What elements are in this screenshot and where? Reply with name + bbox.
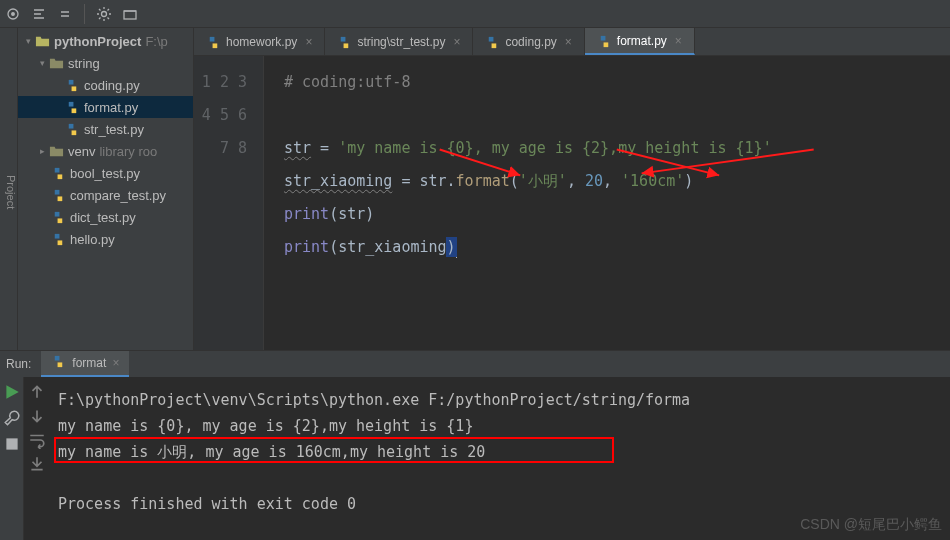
stop-icon[interactable]	[3, 435, 21, 453]
code-editor[interactable]: 1 2 3 4 5 6 7 8 # coding:utf-8 str = 'my…	[194, 56, 950, 350]
folder-icon	[48, 55, 64, 71]
file-hello[interactable]: hello.py	[18, 228, 193, 250]
line-numbers: 1 2 3 4 5 6 7 8	[194, 56, 264, 350]
project-tree: ▾ pythonProject F:\p ▾ string coding.py …	[18, 28, 194, 350]
file-label: coding.py	[84, 78, 140, 93]
code-string-literal: 'my name is {0}, my age is {2},my height…	[338, 139, 771, 157]
file-booltest[interactable]: bool_test.py	[18, 162, 193, 184]
wrap-icon[interactable]	[28, 431, 46, 449]
svg-rect-3	[124, 11, 136, 19]
python-file-icon	[50, 165, 66, 181]
python-file-icon	[64, 77, 80, 93]
code-var-xiaoming: str_xiaoming	[284, 172, 392, 190]
file-coding[interactable]: coding.py	[18, 74, 193, 96]
arrow-down-icon[interactable]	[28, 407, 46, 425]
file-format[interactable]: format.py	[18, 96, 193, 118]
arrow-up-icon[interactable]	[28, 383, 46, 401]
project-root-path: F:\p	[145, 34, 167, 49]
code-var-str: str	[284, 139, 311, 157]
scroll-end-icon[interactable]	[28, 455, 46, 473]
play-icon[interactable]	[3, 383, 21, 401]
gear-icon[interactable]	[91, 1, 117, 27]
file-comparetest[interactable]: compare_test.py	[18, 184, 193, 206]
python-file-icon	[337, 35, 351, 49]
code-arg1: '小明'	[519, 172, 567, 190]
python-file-icon	[485, 35, 499, 49]
tab-coding[interactable]: coding.py ×	[473, 28, 584, 55]
console-line: Process finished with exit code 0	[58, 495, 356, 513]
code-arg2: 20	[585, 172, 603, 190]
file-label: dict_test.py	[70, 210, 136, 225]
tab-strtest[interactable]: string\str_test.py ×	[325, 28, 473, 55]
console-line: my name is {0}, my age is {2},my height …	[58, 417, 473, 435]
hide-icon[interactable]	[117, 1, 143, 27]
dir-label: venv	[68, 144, 95, 159]
run-config-tab[interactable]: format ×	[41, 351, 129, 377]
tree-icon[interactable]	[26, 1, 52, 27]
run-label: Run:	[6, 357, 31, 371]
file-label: bool_test.py	[70, 166, 140, 181]
python-file-icon	[597, 34, 611, 48]
code-method-format: format	[456, 172, 510, 190]
target-icon[interactable]	[0, 1, 26, 27]
run-tool-window: Run: format × F:\pythonProject\venv\Scri…	[0, 350, 950, 540]
code-print: print	[284, 205, 329, 223]
project-root[interactable]: ▾ pythonProject F:\p	[18, 30, 193, 52]
tab-format[interactable]: format.py ×	[585, 28, 695, 55]
tab-label: string\str_test.py	[357, 35, 445, 49]
tab-homework[interactable]: homework.py ×	[194, 28, 325, 55]
file-label: hello.py	[70, 232, 115, 247]
folder-icon	[48, 143, 64, 159]
svg-point-2	[102, 11, 107, 16]
file-strtest[interactable]: str_test.py	[18, 118, 193, 140]
close-icon[interactable]: ×	[305, 35, 312, 49]
run-config-label: format	[72, 356, 106, 370]
venv-extra: library roo	[99, 144, 157, 159]
console-line: my name is 小明, my age is 160cm,my height…	[58, 443, 485, 461]
run-nav-icons	[24, 377, 50, 540]
project-root-label: pythonProject	[54, 34, 141, 49]
folder-icon	[34, 33, 50, 49]
code-line-1: # coding:utf-8	[284, 73, 410, 91]
close-icon[interactable]: ×	[565, 35, 572, 49]
project-gutter-label[interactable]: Project	[0, 28, 18, 350]
editor-tabs: homework.py × string\str_test.py × codin…	[194, 28, 950, 56]
file-label: compare_test.py	[70, 188, 166, 203]
python-file-icon	[51, 354, 66, 372]
file-dicttest[interactable]: dict_test.py	[18, 206, 193, 228]
console-line: F:\pythonProject\venv\Scripts\python.exe…	[58, 391, 690, 409]
dir-string[interactable]: ▾ string	[18, 52, 193, 74]
python-file-icon	[50, 187, 66, 203]
python-file-icon	[64, 121, 80, 137]
run-side-icons	[0, 377, 24, 540]
project-toolbar	[0, 0, 950, 28]
close-icon[interactable]: ×	[675, 34, 682, 48]
python-file-icon	[64, 99, 80, 115]
tab-label: coding.py	[505, 35, 556, 49]
wrench-icon[interactable]	[3, 409, 21, 427]
python-file-icon	[206, 35, 220, 49]
close-icon[interactable]: ×	[453, 35, 460, 49]
code-print: print	[284, 238, 329, 256]
svg-rect-7	[6, 438, 17, 449]
python-file-icon	[50, 231, 66, 247]
close-icon[interactable]: ×	[112, 356, 119, 370]
python-file-icon	[50, 209, 66, 225]
dir-venv[interactable]: ▸ venv library roo	[18, 140, 193, 162]
file-label: format.py	[84, 100, 138, 115]
file-label: str_test.py	[84, 122, 144, 137]
code-arg3: '160cm'	[621, 172, 684, 190]
tab-label: homework.py	[226, 35, 297, 49]
run-console[interactable]: F:\pythonProject\venv\Scripts\python.exe…	[50, 377, 950, 540]
svg-point-1	[12, 12, 15, 15]
dir-label: string	[68, 56, 100, 71]
tab-label: format.py	[617, 34, 667, 48]
text-caret	[456, 238, 457, 258]
collapse-icon[interactable]	[52, 1, 78, 27]
code-content[interactable]: # coding:utf-8 str = 'my name is {0}, my…	[264, 56, 950, 350]
